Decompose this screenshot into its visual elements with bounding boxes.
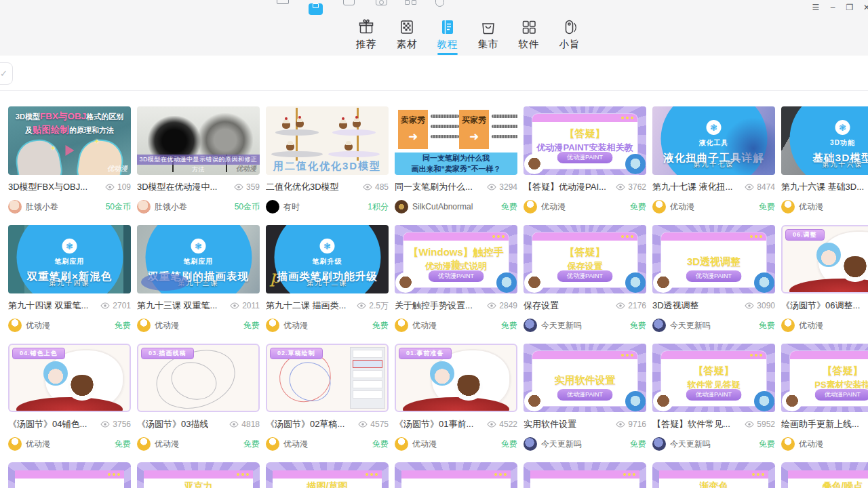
- mouse-icon: [561, 18, 578, 36]
- course-card[interactable]: 【答疑】软件常见答疑 优动漫PAINT 【答疑】软件常见... 5952 今天更…: [652, 344, 775, 455]
- thumbnail: 【答疑】优动漫PAINT安装相关教程 优动漫PAINT: [524, 106, 646, 175]
- author-name: 优动漫: [412, 320, 437, 331]
- mouse-mini-icon[interactable]: [435, 0, 444, 7]
- author[interactable]: 优动漫: [781, 437, 823, 451]
- author-avatar: [395, 437, 408, 451]
- tutorial-icon: [439, 18, 456, 36]
- author-name: 优动漫: [670, 201, 694, 213]
- course-card-partial[interactable]: 叠色/噪点: [781, 462, 868, 488]
- author-name: 优动漫: [799, 320, 823, 331]
- card-title: 实用软件设置: [524, 418, 576, 430]
- course-card[interactable]: paint ❃ 笔刷升级描画类笔刷功能升级 第九十二课 第九十二课 描画类...…: [266, 225, 389, 337]
- course-card[interactable]: ❃ 笔刷应用双重笔刷×新混色 第九十四课 第九十四课 双重笔... 2701 优…: [8, 225, 131, 337]
- close-button[interactable]: ✕: [861, 2, 868, 13]
- image-mini-icon[interactable]: [343, 0, 355, 5]
- author[interactable]: 有时: [266, 200, 300, 214]
- thumbnail: 【答疑】软件常见答疑 优动漫PAINT: [652, 344, 775, 412]
- author[interactable]: 优动漫: [137, 437, 179, 451]
- author-avatar: [266, 437, 279, 451]
- course-card-partial[interactable]: 描图/草图: [266, 462, 389, 488]
- author[interactable]: 肚饿小卷: [8, 200, 58, 214]
- author[interactable]: 优动漫: [652, 200, 694, 214]
- restore-button[interactable]: ❐: [844, 2, 855, 13]
- window-controls: ☰ – ❐ ✕: [810, 2, 868, 13]
- author-name: 今天更新吗: [541, 439, 582, 450]
- price-label: 免费: [630, 439, 646, 450]
- top-header: ☰ – ❐ ✕ 推荐: [0, 0, 868, 56]
- course-card[interactable]: 06.调整 《汤圆节》06调整... 优动漫: [781, 225, 868, 337]
- author-avatar: [8, 319, 22, 332]
- author[interactable]: 今天更新吗: [524, 437, 582, 451]
- course-card[interactable]: 04.铺色上色 《汤圆节》04铺色... 3756 优动漫 免费: [8, 344, 131, 455]
- author-name: 肚饿小卷: [26, 201, 58, 213]
- tab-xiaozhi[interactable]: 小旨: [549, 18, 590, 55]
- course-card[interactable]: ❃ 笔刷应用双重笔刷的描画表现 第九十三课 第九十三课 双重笔... 2011 …: [137, 225, 260, 337]
- course-card-partial[interactable]: 亚克力: [137, 462, 260, 488]
- author[interactable]: 优动漫: [395, 437, 437, 451]
- course-card-partial[interactable]: [524, 462, 646, 488]
- tab-material[interactable]: 素材: [387, 18, 427, 55]
- author[interactable]: SilkCutAbnormal: [395, 200, 473, 214]
- card-title: 渐变色: [659, 481, 768, 488]
- course-card[interactable]: 02.草稿绘制 《汤圆节》02草稿... 4575 优动漫 免费: [266, 344, 389, 455]
- author[interactable]: 优动漫: [395, 319, 437, 332]
- author-name: 优动漫: [26, 320, 50, 331]
- course-card[interactable]: 实用软件设置 优动漫PAINT 实用软件设置 9716 今天更新吗 免费: [524, 344, 646, 455]
- course-card[interactable]: 【Windows】触控手势优动漫模式说明 优动漫PAINT 关于触控手势设置..…: [395, 225, 517, 337]
- course-card[interactable]: 3D模型FBX与OBJ格式的区别及贴图绘制的原理和方法 ✦✦ 优动漫 3D模型F…: [8, 106, 131, 218]
- course-card-partial[interactable]: [395, 462, 517, 488]
- author-avatar: [652, 319, 666, 332]
- course-card[interactable]: ❃ 液化工具液化扭曲子工具详解 第九十七课 第九十七课 液化扭... 8474 …: [652, 106, 775, 218]
- tab-tutorial[interactable]: 教程: [427, 18, 468, 55]
- author[interactable]: 今天更新吗: [524, 319, 582, 332]
- thumbnail: 03.描画线稿: [137, 344, 260, 412]
- course-card[interactable]: 3D透视调整 优动漫PAINT 3D透视调整 3090 今天更新吗 免费: [652, 225, 775, 337]
- author[interactable]: 优动漫: [266, 319, 308, 332]
- tab-label: 推荐: [356, 38, 377, 50]
- video-mini-icon[interactable]: [376, 0, 387, 5]
- course-card[interactable]: 【答疑】PS素材安装指 优动漫PAINT 绘画助手更新上线... 优动漫: [781, 344, 868, 455]
- minimize-button[interactable]: –: [827, 2, 838, 13]
- menu-icon[interactable]: ☰: [810, 2, 821, 13]
- gift-icon: [357, 18, 375, 36]
- course-card[interactable]: 卖家秀 买家秀 同一支笔刷为什么我画出来和“卖家秀”不一样？ 同一支笔刷为什么.…: [395, 106, 517, 218]
- author-avatar: [395, 200, 408, 214]
- logo-icon: ❃: [835, 120, 850, 135]
- filter-checkbox[interactable]: ✓: [0, 62, 13, 85]
- course-card[interactable]: 01.事前准备 《汤圆节》01事前... 4522 优动漫 免费: [395, 344, 517, 455]
- eye-icon: [357, 302, 366, 309]
- view-count: 2701: [100, 301, 131, 310]
- card-title: 3D透视调整: [652, 300, 699, 312]
- course-card-partial[interactable]: 渐变色: [652, 462, 775, 488]
- tab-recommend[interactable]: 推荐: [346, 18, 387, 55]
- author[interactable]: 优动漫: [781, 200, 823, 214]
- view-count: 3762: [616, 182, 646, 192]
- tab-market[interactable]: 集市: [468, 18, 509, 55]
- gift-mini-icon[interactable]: [277, 0, 289, 4]
- course-card[interactable]: 用二值化优化3D模型 二值化优化3D模型 485 有时 1积分: [266, 106, 389, 218]
- author[interactable]: 优动漫: [781, 319, 823, 332]
- card-title: 【答疑】软件常见...: [652, 418, 730, 430]
- author-name: 优动漫: [283, 320, 308, 331]
- course-card[interactable]: ❃ 3D功能基础3D模型 第九十六课 第九十六课 基础3D... 优动漫: [781, 106, 868, 218]
- author[interactable]: 优动漫: [137, 319, 179, 332]
- apps-mini-icon[interactable]: [405, 0, 417, 5]
- thumbnail: 【答疑】保存设置 优动漫PAINT: [524, 225, 646, 293]
- price-label: 免费: [501, 439, 517, 450]
- view-count: 2011: [230, 301, 260, 310]
- author[interactable]: 优动漫: [8, 319, 50, 332]
- author[interactable]: 优动漫: [266, 437, 308, 451]
- author[interactable]: 今天更新吗: [652, 319, 711, 332]
- author[interactable]: 肚饿小卷: [137, 200, 187, 214]
- course-card[interactable]: 03.描画线稿 《汤圆节》03描线 4818 优动漫 免费: [137, 344, 260, 455]
- course-card[interactable]: 【答疑】保存设置 优动漫PAINT 保存设置 2176 今天更新吗 免费: [524, 225, 646, 337]
- card-title: 《汤圆节》02草稿...: [266, 418, 344, 430]
- course-card[interactable]: 3D模型在优动漫中显示错误的原因和修正方法优动漫 3D模型在优动漫中... 35…: [137, 106, 260, 218]
- author[interactable]: 优动漫: [524, 200, 566, 214]
- author[interactable]: 今天更新吗: [652, 437, 711, 451]
- course-card-partial[interactable]: [8, 462, 131, 488]
- course-card[interactable]: 【答疑】优动漫PAINT安装相关教程 优动漫PAINT 【答疑】优动漫PAI..…: [524, 106, 646, 218]
- tab-software[interactable]: 软件: [509, 18, 549, 55]
- author[interactable]: 优动漫: [8, 437, 50, 451]
- camera-mini-icon[interactable]: [309, 0, 323, 15]
